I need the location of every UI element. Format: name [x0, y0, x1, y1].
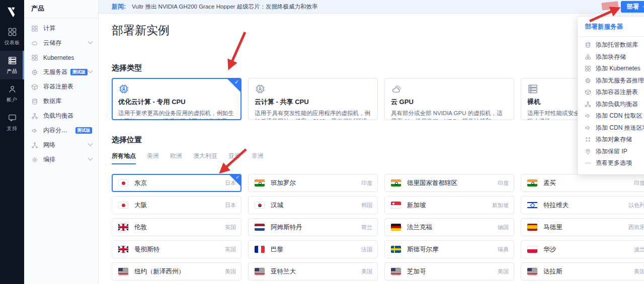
news-headline[interactable]: Vultr 推出 NVIDIA GH200 Grace Hopper 超级芯片：… [132, 3, 318, 11]
india-flag-icon [391, 179, 401, 186]
location-card-manchester[interactable]: 曼彻斯特 英国 [112, 240, 242, 258]
tab-all-locations[interactable]: 所有地点 [112, 152, 136, 164]
rail-item-dashboard[interactable]: 仪表板 [0, 22, 24, 51]
caret-down-icon [642, 5, 644, 9]
location-card-dallas[interactable]: 达拉斯 美国 [521, 262, 644, 280]
sidebar-title: 产品 [24, 0, 98, 18]
india-flag-icon [527, 179, 537, 186]
location-card-amsterdam[interactable]: 阿姆斯特丹 荷兰 [248, 218, 378, 236]
tab-asia[interactable]: 亚洲 [228, 152, 240, 163]
sidebar-item-cdn[interactable]: 内容分发网络 (CDN) 测试版 [24, 123, 98, 138]
menu-item-add-managed-database[interactable]: 添加托管数据库 [578, 39, 644, 51]
location-card-new-york-nj[interactable]: 纽约（新泽西州） 美国 [112, 262, 242, 280]
sidebar-item-cloud-storage[interactable]: 云储存 [24, 36, 98, 50]
israel-flag-icon [527, 202, 537, 209]
location-card-atlanta[interactable]: 亚特兰大 美国 [248, 262, 378, 280]
location-card-chicago[interactable]: 芝加哥 美国 [384, 262, 514, 280]
location-card-osaka[interactable]: 大阪 日本 [112, 196, 242, 214]
cloud-gpu-icon [391, 83, 508, 94]
location-card-london[interactable]: 伦敦 英国 [112, 218, 242, 236]
sidebar-item-compute[interactable]: 计算 [24, 21, 98, 36]
location-card-tokyo[interactable]: 东京 日本 [112, 174, 242, 192]
tab-europe[interactable]: 欧洲 [170, 152, 182, 163]
menu-item-add-object-storage[interactable]: 添加对象存储 [578, 134, 644, 146]
news-label: 新闻: [112, 3, 126, 11]
tab-australia[interactable]: 澳大利亚 [193, 152, 217, 163]
rail-item-label: 支持 [7, 125, 18, 132]
sidebar-item-load-balancer[interactable]: 负载均衡器 [24, 109, 98, 123]
menu-item-add-load-balancer[interactable]: 添加负载均衡器 [578, 99, 644, 111]
menu-item-view-more-options[interactable]: 查看更多选项 [578, 157, 644, 169]
menu-item-add-block-storage[interactable]: 添加块存储 [578, 51, 644, 63]
us-flag-icon [527, 268, 537, 275]
sidebar-item-serverless[interactable]: 无服务器 测试版 [24, 65, 98, 79]
type-card-grid: 优化云计算 - 专用 CPU 适用于要求更高的业务应用的虚拟机，例如生产网站、C… [112, 78, 644, 120]
type-card-optimized-dedicated-cpu[interactable]: 优化云计算 - 专用 CPU 适用于要求更高的业务应用的虚拟机，例如生产网站、C… [112, 78, 242, 120]
location-card-paris[interactable]: 巴黎 法国 [248, 240, 378, 258]
menu-item-add-kubernetes[interactable]: 添加 Kubernetes [578, 63, 644, 75]
type-card-shared-cpu[interactable]: 云计算 - 共享 CPU 适用于具有突发性能的应用程序的虚拟机，例如低流量网站、… [248, 78, 378, 120]
location-card-tel-aviv[interactable]: 特拉维夫 以色列 [521, 196, 644, 214]
divider [578, 36, 644, 37]
menu-item-add-container-registry[interactable]: 添加容器注册表 [578, 86, 644, 99]
rail-item-products[interactable]: 产品 [0, 51, 24, 79]
menu-item-add-serverless-inference[interactable]: 添加无服务器推理 测试版 [578, 75, 644, 87]
sidebar-item-orchestration[interactable]: 编排 [24, 152, 98, 167]
uk-flag-icon [118, 224, 128, 231]
south-korea-flag-icon [255, 202, 265, 209]
rail-nav: 仪表板 产品 帐户 支持 [0, 22, 24, 137]
sidebar-item-network[interactable]: 网络 [24, 138, 98, 152]
us-flag-icon [391, 268, 401, 275]
type-card-cloud-gpu[interactable]: 云 GPU 具有部分或全部 NVIDIA GPU 的虚拟机，适用于 AI、机器学… [384, 78, 514, 120]
location-card-mumbai[interactable]: 孟买 印度 [521, 174, 644, 192]
sidebar-item-databases[interactable]: 数据库 [24, 94, 98, 109]
germany-flag-icon [391, 224, 401, 231]
location-card-frankfurt[interactable]: 法兰克福 德国 [384, 218, 514, 236]
france-flag-icon [255, 246, 265, 253]
tab-africa[interactable]: 非洲 [252, 152, 264, 163]
location-card-seoul[interactable]: 汉城 韩国 [248, 196, 378, 214]
rail-item-label: 产品 [7, 68, 18, 75]
india-flag-icon [255, 179, 265, 186]
products-sidebar: 产品 计算 云储存 Kubernetes 无服务器 测试版 容器注册表 数据库 [24, 0, 99, 284]
sidebar-item-kubernetes[interactable]: Kubernetes [24, 50, 98, 65]
deploy-new-instance-page: 部署新实例 选择类型 优化云计算 - 专用 CPU 适用于要求更高的业务应用的虚… [99, 14, 644, 284]
beta-badge: 测试版 [75, 127, 93, 134]
menu-item-deploy-new-server[interactable]: 部署新服务器 [578, 21, 644, 36]
location-card-delhi-ncr[interactable]: 德里国家首都辖区 印度 [384, 174, 514, 192]
sidebar-list: 计算 云储存 Kubernetes 无服务器 测试版 容器注册表 数据库 负载均… [24, 18, 98, 167]
sweden-flag-icon [391, 246, 401, 253]
menu-item-add-reserved-ip[interactable]: 添加保留 IP [578, 146, 644, 158]
location-card-madrid[interactable]: 马德里 西班牙 [521, 218, 644, 236]
location-grid: 东京 日本 班加罗尔 印度 德里国家首都辖区 印度 孟买 印度 大阪 日本 汉城… [112, 174, 644, 280]
singapore-flag-icon [391, 202, 401, 209]
shared-cpu-icon [255, 83, 371, 94]
poland-flag-icon [527, 246, 537, 253]
us-flag-icon [255, 268, 265, 275]
sidebar-item-container-registry[interactable]: 容器注册表 [24, 79, 98, 94]
page-title: 部署新实例 [112, 23, 644, 38]
news-bar: 新闻: Vultr 推出 NVIDIA GH200 Grace Hopper 超… [99, 0, 644, 14]
location-section-title: 选择位置 [112, 135, 644, 145]
deploy-dropdown-menu: 部署新服务器 添加托管数据库 添加块存储 添加 Kubernetes 添加无服务… [578, 17, 644, 174]
rail-item-support[interactable]: 支持 [0, 108, 24, 137]
vultr-logo[interactable] [0, 0, 24, 22]
cart-icon[interactable] [584, 3, 592, 11]
location-card-stockholm[interactable]: 斯德哥尔摩 瑞典 [384, 240, 514, 258]
tab-americas[interactable]: 美洲 [147, 152, 159, 163]
rail-item-label: 帐户 [7, 97, 18, 104]
deploy-button[interactable]: 部署 [621, 1, 644, 13]
rail-item-account[interactable]: 帐户 [0, 79, 24, 108]
beta-badge: 测试版 [70, 69, 88, 75]
chevron-down-icon [88, 39, 93, 44]
menu-item-add-cdn-pull-zone[interactable]: 添加 CDN 拉取区 测试版 [578, 110, 644, 122]
location-card-warsaw[interactable]: 华沙 波兰 [521, 240, 644, 258]
chevron-down-icon [88, 156, 93, 161]
japan-flag-icon [118, 202, 128, 209]
location-card-singapore[interactable]: 新加坡 新加坡 [384, 196, 514, 214]
location-card-bangalore[interactable]: 班加罗尔 印度 [248, 174, 378, 192]
japan-flag-icon [118, 179, 128, 186]
primary-nav-rail: 仪表板 产品 帐户 支持 [0, 0, 24, 284]
menu-item-add-cdn-push-zone[interactable]: 添加 CDN 推送区域 测试版 [578, 122, 644, 134]
chevron-down-icon [88, 141, 93, 146]
